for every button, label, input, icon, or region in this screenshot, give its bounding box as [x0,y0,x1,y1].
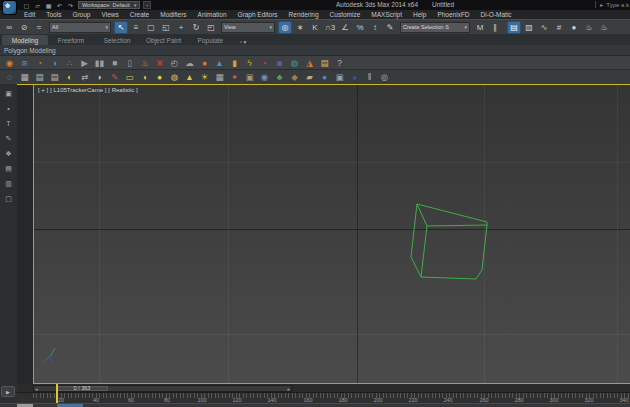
barrel-preset-button[interactable]: ▮ [227,56,242,69]
phoenix-particles-button[interactable]: ∴ [62,56,77,69]
edit-named-selection-sets-button[interactable]: ✎ [383,21,397,34]
named-selection-sets-select[interactable]: Create Selection S ▾ [400,22,470,33]
viewport-layout-button[interactable]: ▣ [3,88,15,99]
text-tool-button[interactable]: T [3,118,15,129]
menu-edit[interactable]: Edit [24,11,35,18]
vray-swap-button[interactable]: ⇄ [77,71,92,84]
sim-delete-button[interactable]: ▯ [122,56,137,69]
mirror-button[interactable]: M [473,21,487,34]
snap-toggle-3d-button[interactable]: ∩3 [323,21,337,34]
rectangular-selection-region-button[interactable]: ▢ [144,21,158,34]
vray-star-map-button[interactable]: ✦ [227,71,242,84]
ember-preset-button[interactable]: ● [197,56,212,69]
time-slider-track[interactable]: ◂ 0 / 363 ▸ [33,385,292,392]
menu-modifiers[interactable]: Modifiers [160,11,186,18]
new-scene-button[interactable]: ▢ [22,1,31,9]
open-file-button[interactable]: ▱ [33,1,42,9]
phoenix-fire-source-button[interactable]: ◉ [2,56,17,69]
tab-selection[interactable]: Selection [94,35,140,45]
angle-snap-toggle-button[interactable]: ∠ [338,21,352,34]
point-display-button[interactable]: • [3,103,15,114]
curve-editor-button[interactable]: ∿ [537,21,551,34]
vray-sun-button[interactable]: ☀ [197,71,212,84]
vray-sphere-light-button[interactable]: ● [152,71,167,84]
align-button[interactable]: ∥ [488,21,502,34]
time-slider-handle[interactable]: 0 / 363 [56,386,108,391]
tab-populate[interactable]: Populate [187,35,233,45]
save-file-button[interactable]: ▦ [44,1,53,9]
select-and-scale-button[interactable]: ◰ [204,21,218,34]
deep-preset-button[interactable]: ◙ [272,56,287,69]
vray-target-button[interactable]: ◎ [377,71,392,84]
undo-button[interactable]: ↶ [55,1,64,9]
slate-material-editor-button[interactable]: ▧ [522,21,536,34]
menu-views[interactable]: Views [101,11,118,18]
selection-filter-select[interactable]: All ▾ [49,22,111,33]
sim-stop-button[interactable]: ■ [107,56,122,69]
vray-grid-button[interactable]: ▦ [17,71,32,84]
select-by-name-button[interactable]: ≡ [129,21,143,34]
sim-timer-button[interactable]: ◴ [167,56,182,69]
crate-preset-button[interactable]: ▤ [317,56,332,69]
menu-help[interactable]: Help [413,11,426,18]
vray-eclipse-button[interactable]: ◗ [92,71,107,84]
phoenix-liquid-source-button[interactable]: ≋ [17,56,32,69]
select-and-manipulate-button[interactable]: ∗ [293,21,307,34]
globe-preset-button[interactable]: ◍ [287,56,302,69]
select-and-rotate-button[interactable]: ↻ [189,21,203,34]
workspace-selector[interactable]: Workspace: Default ▾ [78,1,140,9]
render-setup-button[interactable]: ♨ [582,21,596,34]
layout-a-button[interactable]: ▤ [3,163,15,174]
schematic-view-button[interactable]: # [552,21,566,34]
sail-preset-button[interactable]: ◮ [302,56,317,69]
vray-leaf-map-button[interactable]: ♣ [272,71,287,84]
vray-sand-map-button[interactable]: ▰ [302,71,317,84]
vray-blue-material-button[interactable]: ● [317,71,332,84]
percent-snap-toggle-button[interactable]: % [353,21,367,34]
vray-ground-map-button[interactable]: ◆ [287,71,302,84]
ocean-preset-button[interactable]: ▲ [212,56,227,69]
annotate-pen-button[interactable]: ✎ [3,133,15,144]
render-production-button[interactable]: ♨ [597,21,611,34]
viewport-layout-tabs-button[interactable]: ▶ [1,386,15,397]
timeline-ruler[interactable]: 2040608010012014016018020022024026028030… [17,392,630,403]
material-editor-button[interactable]: ● [567,21,581,34]
phoenix-fire-sim-button[interactable]: ◔ [32,56,47,69]
phoenix-help-button[interactable]: ? [332,56,347,69]
layer-manager-button[interactable]: ▤ [507,21,521,34]
layout-c-button[interactable]: ▢ [3,193,15,204]
vray-ies-light-button[interactable]: ▲ [182,71,197,84]
vray-list-a-button[interactable]: ▤ [32,71,47,84]
menu-create[interactable]: Create [130,11,150,18]
smoke-preset-button[interactable]: ☁ [182,56,197,69]
infocenter-search[interactable]: ▸ Type a k [595,1,629,8]
tab-modeling[interactable]: Modeling [2,35,48,45]
layout-b-button[interactable]: ▥ [3,178,15,189]
menu-graph-editors[interactable]: Graph Editors [238,11,278,18]
lightning-preset-button[interactable]: ϟ [242,56,257,69]
select-and-link-button[interactable]: ∞ [2,21,16,34]
spinner-snap-toggle-button[interactable]: ↕ [368,21,382,34]
vray-checker-map-button[interactable]: ▦ [212,71,227,84]
sim-pause-button[interactable]: ▮▮ [92,56,107,69]
sim-play-button[interactable]: ▶ [77,56,92,69]
vray-disc-light-button[interactable]: ◍ [167,71,182,84]
menu-group[interactable]: Group [72,11,90,18]
extinguish-button[interactable]: ✖ [152,56,167,69]
vray-plane-light-button[interactable]: ▭ [122,71,137,84]
viewport-pov-menu[interactable]: [ L105TrackerCame ] [50,87,106,93]
reference-coordinate-system-select[interactable]: View ▾ [221,22,275,33]
bind-to-space-warp-button[interactable]: ≈ [32,21,46,34]
menu-maxscript[interactable]: MAXScript [371,11,402,18]
menu-rendering[interactable]: Rendering [289,11,319,18]
viewport-general-menu[interactable]: [ + ] [38,87,48,93]
workspace-menu-button[interactable]: ▪ [143,1,151,9]
use-pivot-point-center-button[interactable]: ◎ [278,21,292,34]
select-object-button[interactable]: ↖ [114,21,128,34]
viewport-shading-menu[interactable]: [ Realistic ] [108,87,137,93]
spray-tool-button[interactable]: ❖ [3,148,15,159]
vray-globe-map-button[interactable]: ◉ [257,71,272,84]
vray-sphere-button[interactable]: ◌ [2,71,17,84]
lava-preset-button[interactable]: ▪ [257,56,272,69]
menu-customize[interactable]: Customize [330,11,361,18]
